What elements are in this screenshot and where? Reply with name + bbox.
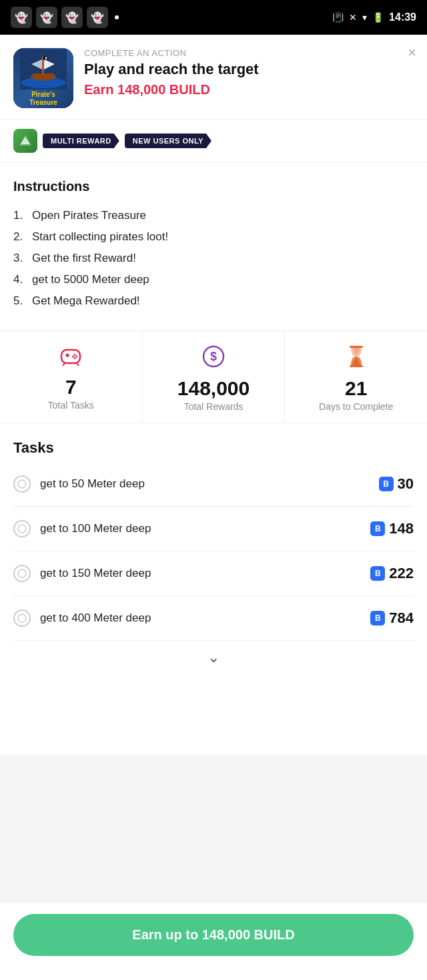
svg-point-13 — [75, 356, 77, 358]
task-left: get to 150 Meter deep — [13, 565, 151, 582]
wifi-icon: ▾ — [362, 12, 367, 23]
x-icon: ✕ — [349, 12, 357, 23]
task-name: get to 150 Meter deep — [40, 567, 151, 580]
action-label: COMPLETE AN ACTION — [84, 48, 414, 58]
step-text: get to 5000 Meter deep — [32, 273, 149, 286]
app-icon-1: 👻 — [11, 7, 32, 28]
status-bar-right: 📳 ✕ ▾ 🔋 14:39 — [332, 11, 416, 23]
svg-rect-2 — [42, 59, 44, 75]
offer-header: Pirate'sTreasure COMPLETE AN ACTION Play… — [0, 35, 427, 119]
total-tasks-value: 7 — [65, 377, 77, 397]
task-reward-value: 222 — [389, 565, 414, 582]
svg-point-23 — [18, 614, 26, 622]
multi-reward-badge: MULTI REWARD — [43, 134, 119, 148]
svg-point-12 — [72, 356, 74, 358]
build-icon: B — [370, 611, 385, 626]
svg-point-4 — [45, 57, 47, 59]
table-row: get to 400 Meter deep B 784 — [13, 596, 414, 641]
app-icon-2: 👻 — [36, 7, 57, 28]
svg-line-14 — [63, 363, 65, 366]
status-time: 14:39 — [389, 11, 416, 23]
tasks-section: Tasks get to 50 Meter deep B 30 — [0, 423, 427, 641]
close-button[interactable]: × — [408, 45, 416, 60]
days-to-complete-label: Days to Complete — [319, 401, 393, 412]
table-row: get to 150 Meter deep B 222 — [13, 551, 414, 596]
task-checkbox[interactable] — [13, 475, 31, 493]
task-checkbox[interactable] — [13, 520, 31, 537]
instructions-title: Instructions — [13, 179, 414, 194]
task-checkbox[interactable] — [13, 565, 31, 582]
earn-button[interactable]: Earn up to 148,000 BUILD — [13, 914, 414, 956]
app-icon-4: 👻 — [87, 7, 108, 28]
offer-reward: Earn 148,000 BUILD — [84, 82, 414, 97]
svg-point-20 — [18, 480, 26, 488]
offer-info: COMPLETE AN ACTION Play and reach the ta… — [84, 48, 414, 97]
step-text: Get Mega Rewarded! — [32, 294, 140, 308]
task-reward: B 148 — [370, 520, 414, 537]
svg-rect-9 — [67, 353, 69, 357]
list-item: 2. Start collecting pirates loot! — [13, 226, 414, 248]
task-left: get to 400 Meter deep — [13, 609, 151, 627]
game-icon: Pirate'sTreasure — [13, 48, 73, 108]
expand-row[interactable]: ⌄ — [0, 641, 427, 674]
task-reward: B 784 — [370, 609, 414, 627]
step-text: Get the first Reward! — [32, 252, 136, 265]
build-icon: B — [370, 521, 385, 536]
total-tasks-label: Total Tasks — [48, 400, 94, 411]
build-icon: B — [370, 566, 385, 581]
svg-line-15 — [77, 363, 79, 366]
bottom-cta: Earn up to 148,000 BUILD — [0, 903, 427, 980]
list-item: 3. Get the first Reward! — [13, 248, 414, 269]
step-num: 1. — [13, 209, 27, 222]
svg-rect-3 — [42, 56, 43, 60]
svg-rect-18 — [350, 346, 363, 348]
vibrate-icon: 📳 — [332, 12, 344, 23]
step-num: 2. — [13, 230, 27, 244]
task-checkbox[interactable] — [13, 609, 31, 627]
task-name: get to 50 Meter deep — [40, 477, 145, 491]
stat-total-rewards: $ 148,000 Total Rewards — [142, 331, 285, 423]
list-item: 5. Get Mega Rewarded! — [13, 290, 414, 312]
svg-point-11 — [74, 357, 76, 359]
battery-icon: 🔋 — [372, 12, 384, 23]
days-to-complete-value: 21 — [345, 379, 367, 399]
home-indicator — [173, 971, 254, 975]
total-rewards-label: Total Rewards — [184, 401, 244, 412]
list-item: 1. Open Pirates Treasure — [13, 205, 414, 226]
total-rewards-value: 148,000 — [177, 379, 250, 399]
build-icon: B — [379, 477, 394, 491]
stat-total-tasks: 7 Total Tasks — [0, 332, 142, 421]
list-item: 4. get to 5000 Meter deep — [13, 269, 414, 290]
svg-point-10 — [74, 354, 76, 356]
task-left: get to 100 Meter deep — [13, 520, 151, 537]
stat-days-to-complete: 21 Days to Complete — [284, 331, 427, 423]
svg-marker-6 — [21, 137, 30, 144]
task-reward-value: 148 — [389, 520, 414, 537]
chevron-down-icon[interactable]: ⌄ — [207, 649, 220, 666]
gamepad-icon — [59, 346, 83, 371]
badges-row: MULTI REWARD NEW USERS ONLY — [0, 119, 427, 163]
task-name: get to 400 Meter deep — [40, 611, 151, 625]
status-bar: 👻 👻 👻 👻 📳 ✕ ▾ 🔋 14:39 — [0, 0, 427, 35]
instructions-section: Instructions 1. Open Pirates Treasure 2.… — [0, 163, 427, 320]
status-bar-left: 👻 👻 👻 👻 — [11, 7, 119, 28]
task-reward-value: 784 — [389, 609, 414, 627]
stats-row: 7 Total Tasks $ 148,000 Total Rewards — [0, 330, 427, 423]
svg-text:$: $ — [210, 350, 217, 363]
status-dot — [115, 15, 119, 19]
svg-point-22 — [18, 569, 26, 577]
step-text: Start collecting pirates loot! — [32, 230, 168, 244]
new-users-badge: NEW USERS ONLY — [125, 134, 211, 148]
tasks-title: Tasks — [13, 439, 414, 457]
offer-title: Play and reach the target — [84, 61, 414, 78]
task-left: get to 50 Meter deep — [13, 475, 145, 493]
instructions-list: 1. Open Pirates Treasure 2. Start collec… — [13, 205, 414, 312]
table-row: get to 100 Meter deep B 148 — [13, 507, 414, 551]
task-name: get to 100 Meter deep — [40, 522, 151, 535]
step-num: 4. — [13, 273, 27, 286]
main-content: Pirate'sTreasure COMPLETE AN ACTION Play… — [0, 35, 427, 754]
step-num: 3. — [13, 252, 27, 265]
task-reward: B 222 — [370, 565, 414, 582]
task-reward: B 30 — [379, 475, 414, 493]
table-row: get to 50 Meter deep B 30 — [13, 462, 414, 507]
